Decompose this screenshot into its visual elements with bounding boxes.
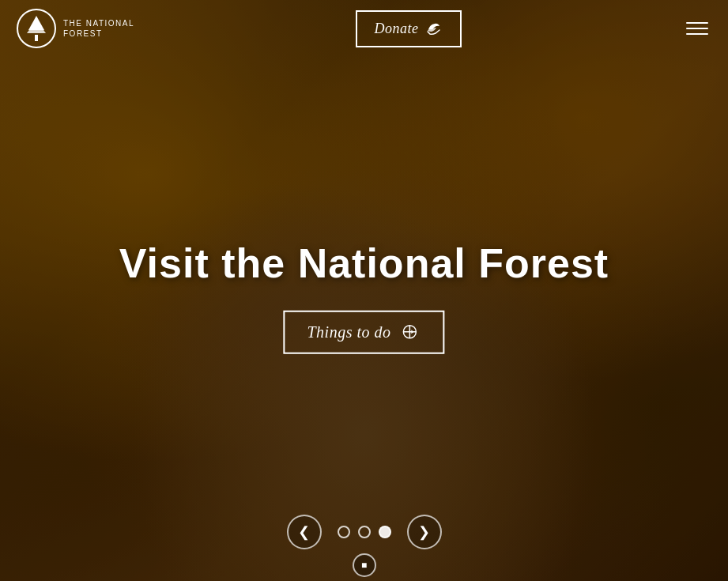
hamburger-line-1 (686, 22, 708, 24)
things-label: Things to do (307, 323, 390, 341)
carousel-dot-1[interactable] (338, 526, 350, 538)
hero-section: THE NATIONAL FOREST Donate Visit the Nat… (0, 0, 728, 581)
things-to-do-button[interactable]: Things to do (283, 310, 444, 353)
svg-marker-7 (412, 330, 414, 334)
svg-marker-3 (27, 20, 46, 33)
donate-label: Donate (375, 21, 419, 37)
logo-text: THE NATIONAL FOREST (63, 18, 134, 39)
arrow-icon (399, 324, 421, 340)
donate-icon (425, 18, 443, 36)
pause-button-container: ■ (353, 553, 376, 577)
hero-content: Visit the National Forest Things to do (119, 239, 609, 353)
carousel-next-button[interactable]: ❯ (407, 515, 442, 549)
logo-line1: THE NATIONAL (63, 18, 134, 28)
pause-button[interactable]: ■ (353, 553, 376, 577)
carousel-prev-button[interactable]: ❮ (287, 515, 322, 549)
navbar: THE NATIONAL FOREST Donate (0, 0, 728, 57)
svg-rect-1 (35, 35, 38, 41)
hamburger-button[interactable] (682, 18, 712, 39)
carousel-dot-3[interactable] (379, 526, 391, 538)
hero-title: Visit the National Forest (119, 239, 609, 286)
carousel-dots (338, 526, 391, 538)
carousel-dot-2[interactable] (358, 526, 371, 538)
hamburger-line-2 (686, 28, 708, 29)
cta-arrow-icon (399, 324, 421, 340)
carousel-controls: ❮ ❯ (0, 515, 728, 549)
leaf-icon (425, 18, 443, 40)
pause-icon: ■ (361, 560, 367, 571)
next-icon: ❯ (418, 523, 430, 541)
donate-button[interactable]: Donate (356, 10, 462, 47)
prev-icon: ❮ (298, 523, 310, 541)
logo[interactable]: THE NATIONAL FOREST (16, 8, 134, 49)
logo-line2: FOREST (63, 28, 134, 39)
logo-icon (16, 8, 57, 49)
hamburger-line-3 (686, 33, 708, 35)
